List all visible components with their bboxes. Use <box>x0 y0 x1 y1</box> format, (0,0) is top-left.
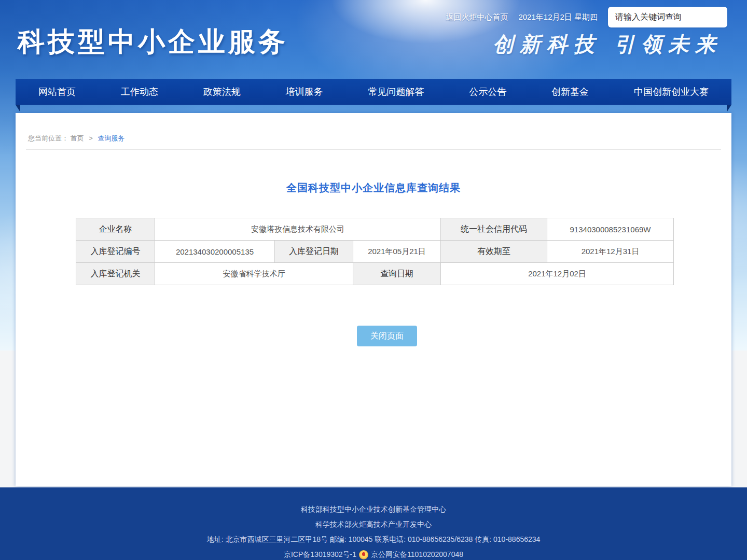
table-row: 入库登记编号 202134030200005135 入库登记日期 2021年05… <box>76 241 674 263</box>
breadcrumb: 您当前位置： 首页 > 查询服务 <box>26 113 721 150</box>
valid-until-value: 2021年12月31日 <box>547 241 674 263</box>
nav-item-innovation-fund[interactable]: 创新基金 <box>547 79 593 105</box>
nav-item-training[interactable]: 培训服务 <box>282 79 327 105</box>
footer-registration-line: 京ICP备13019302号-1 京公网安备11010202007048 <box>0 547 747 560</box>
breadcrumb-home-link[interactable]: 首页 <box>71 134 84 142</box>
footer-org-line2: 科学技术部火炬高技术产业开发中心 <box>0 517 747 532</box>
nav-item-announcements[interactable]: 公示公告 <box>465 79 510 105</box>
query-result-table: 企业名称 安徽塔孜信息技术有限公司 统一社会信用代码 9134030008523… <box>76 218 674 285</box>
table-row: 企业名称 安徽塔孜信息技术有限公司 统一社会信用代码 9134030008523… <box>76 218 674 241</box>
police-badge-icon <box>359 550 368 559</box>
query-date-label: 查询日期 <box>353 263 441 285</box>
company-name-label: 企业名称 <box>76 218 155 241</box>
credit-code-label: 统一社会信用代码 <box>441 218 547 241</box>
nav-item-faq[interactable]: 常见问题解答 <box>364 79 428 105</box>
registration-date-value: 2021年05月21日 <box>353 241 441 263</box>
nav-item-home[interactable]: 网站首页 <box>34 79 80 105</box>
credit-code-value: 91340300085231069W <box>547 218 674 241</box>
nav-fold-left <box>16 105 20 112</box>
page-footer: 科技部科技型中小企业技术创新基金管理中心 科学技术部火炬高技术产业开发中心 地址… <box>0 487 747 560</box>
footer-contact-line: 地址: 北京市西城区三里河二区甲18号 邮编: 100045 联系电话: 010… <box>0 532 747 547</box>
button-row: 关闭页面 <box>29 326 745 346</box>
company-name-value: 安徽塔孜信息技术有限公司 <box>155 218 441 241</box>
breadcrumb-current-link[interactable]: 查询服务 <box>98 134 125 142</box>
registration-number-value: 202134030200005135 <box>155 241 275 263</box>
breadcrumb-separator: > <box>89 134 93 142</box>
registration-number-label: 入库登记编号 <box>76 241 155 263</box>
page-title: 全国科技型中小企业信息库查询结果 <box>16 181 731 195</box>
police-record-link[interactable]: 京公网安备11010202007048 <box>371 547 463 560</box>
torch-center-home-link[interactable]: 返回火炬中心首页 <box>446 12 508 22</box>
table-row: 入库登记机关 安徽省科学技术厅 查询日期 2021年12月02日 <box>76 263 674 285</box>
icp-record-link[interactable]: 京ICP备13019302号-1 <box>284 547 356 560</box>
content-panel: 您当前位置： 首页 > 查询服务 全国科技型中小企业信息库查询结果 企业名称 安… <box>16 113 731 486</box>
top-utility-bar: 返回火炬中心首页 2021年12月2日 星期四 <box>446 7 727 27</box>
search-box[interactable] <box>608 7 727 27</box>
registration-authority-value: 安徽省科学技术厅 <box>155 263 353 285</box>
nav-item-policies[interactable]: 政策法规 <box>199 79 245 105</box>
breadcrumb-label: 您当前位置： <box>28 134 68 142</box>
valid-until-label: 有效期至 <box>441 241 547 263</box>
close-page-button[interactable]: 关闭页面 <box>357 326 417 346</box>
registration-authority-label: 入库登记机关 <box>76 263 155 285</box>
slogan-part2: 引领未来 <box>614 33 722 56</box>
main-navigation: 网站首页 工作动态 政策法规 培训服务 常见问题解答 公示公告 创新基金 中国创… <box>16 79 731 105</box>
registration-date-label: 入库登记日期 <box>275 241 353 263</box>
slogan-part1: 创新科技 <box>493 33 601 56</box>
site-slogan: 创新科技引领未来 <box>493 30 722 59</box>
search-input[interactable] <box>615 12 723 22</box>
site-logo: 科技型中小企业服务 <box>18 24 288 60</box>
nav-item-innovation-contest[interactable]: 中国创新创业大赛 <box>630 79 713 105</box>
nav-fold-right <box>727 105 731 112</box>
footer-org-line1: 科技部科技型中小企业技术创新基金管理中心 <box>0 502 747 517</box>
nav-item-work-news[interactable]: 工作动态 <box>117 79 162 105</box>
current-date: 2021年12月2日 星期四 <box>518 12 598 22</box>
query-date-value: 2021年12月02日 <box>441 263 674 285</box>
